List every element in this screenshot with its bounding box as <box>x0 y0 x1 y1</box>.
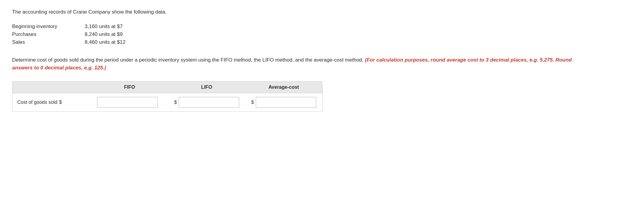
header-empty <box>12 85 91 90</box>
purchases-value: 8,240 units at $9 <box>85 31 123 37</box>
header-average-cost: Average-cost <box>245 85 322 90</box>
average-cost-input[interactable] <box>256 97 316 108</box>
sales-row: Sales 8,460 units at $12 <box>12 39 632 45</box>
row-label: Cost of goods sold $ <box>12 100 91 105</box>
purchases-label: Purchases <box>12 31 85 37</box>
currency-symbol-1: $ <box>59 100 62 105</box>
beginning-inventory-row: Beginning inventory 3,160 units at $7 <box>12 24 632 30</box>
beginning-inventory-label: Beginning inventory <box>12 24 85 30</box>
header-fifo: FIFO <box>91 85 168 90</box>
sales-label: Sales <box>12 39 85 45</box>
intro-text: The accounting records of Crane Company … <box>12 9 632 15</box>
sales-value: 8,460 units at $12 <box>85 39 125 45</box>
answer-table: FIFO LIFO Average-cost Cost of goods sol… <box>12 81 323 112</box>
currency-symbol-3: $ <box>251 100 254 105</box>
cost-of-goods-sold-row: Cost of goods sold $ $ $ <box>12 93 322 111</box>
instructions: Determine cost of goods sold during the … <box>12 56 587 72</box>
lifo-input[interactable] <box>179 97 239 108</box>
answer-header: FIFO LIFO Average-cost <box>12 81 322 93</box>
fifo-cell <box>91 97 168 108</box>
beginning-inventory-value: 3,160 units at $7 <box>85 24 123 30</box>
avg-cost-cell: $ <box>245 97 322 108</box>
fifo-input[interactable] <box>97 97 158 108</box>
lifo-cell: $ <box>168 97 245 108</box>
instructions-main: Determine cost of goods sold during the … <box>12 57 365 63</box>
header-lifo: LIFO <box>168 85 245 90</box>
purchases-row: Purchases 8,240 units at $9 <box>12 31 632 37</box>
currency-symbol-2: $ <box>174 100 177 105</box>
data-table: Beginning inventory 3,160 units at $7 Pu… <box>12 24 632 45</box>
cost-of-goods-sold-label: Cost of goods sold <box>17 100 57 105</box>
